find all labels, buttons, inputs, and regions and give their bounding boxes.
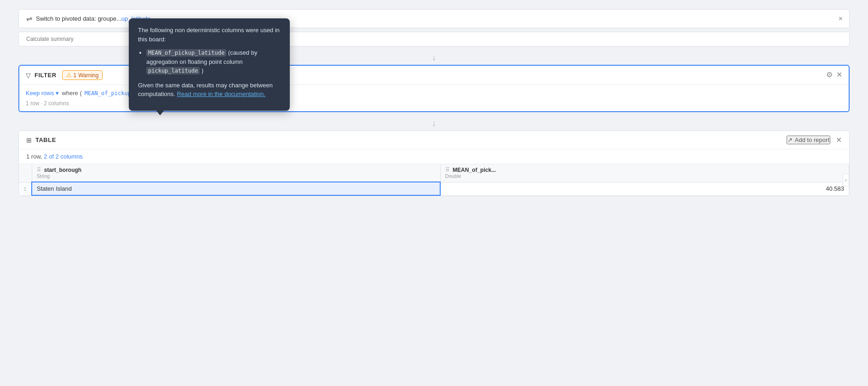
table-header-row: ⠿ start_borough String ⠿ MEAN_of_pick...… <box>19 164 849 182</box>
add-to-report-icon: ↗ <box>788 136 793 143</box>
table-row: 1 Staten Island 40.583 <box>19 182 849 195</box>
table-col-count: 2 of 2 columns <box>44 153 83 160</box>
pivot-close-button[interactable]: × <box>839 15 843 23</box>
warning-count: 1 <box>74 72 77 79</box>
tooltip-link[interactable]: Read more in the documentation. <box>177 91 265 97</box>
table-close-button[interactable]: ✕ <box>836 136 842 144</box>
col-header-mean-pickup[interactable]: ⠿ MEAN_of_pick... Double <box>440 164 849 182</box>
scroll-right-button[interactable]: ‹ <box>843 174 849 187</box>
tooltip-text1: The following non deterministic columns … <box>138 26 281 44</box>
warning-badge[interactable]: ⚠ 1 Warning <box>62 70 103 80</box>
pivot-label: Switch to pivoted data: <box>36 15 96 22</box>
tooltip-text2: Given the same data, results may change … <box>138 81 281 99</box>
warning-icon: ⚠ <box>66 72 72 79</box>
add-to-report-button[interactable]: ↗ Add to report <box>787 136 830 144</box>
filter-settings-icon[interactable]: ⚙ <box>826 70 833 79</box>
tooltip-code1: MEAN_of_pickup_latitude <box>146 49 226 57</box>
col-drag-icon-2: ⠿ <box>445 167 449 173</box>
add-to-report-label: Add to report <box>795 136 829 143</box>
down-arrow-connector-2: ↓ <box>18 118 850 129</box>
filter-icon: ▽ <box>26 72 31 79</box>
switch-icon: ⇌ <box>26 14 32 23</box>
pivot-ellipsis: ... <box>116 15 121 22</box>
col-type-mean-pickup: Double <box>445 173 844 179</box>
tooltip-list-item: MEAN_of_pickup_latitude (caused by aggre… <box>146 48 281 75</box>
warning-label: Warning <box>78 72 98 79</box>
table-header: ⊞ TABLE ↗ Add to report ✕ <box>19 131 849 149</box>
keep-rows-chevron: ▾ <box>56 90 59 96</box>
data-table: ⠿ start_borough String ⠿ MEAN_of_pick...… <box>19 164 849 196</box>
col-drag-icon: ⠿ <box>37 167 41 173</box>
table-meta: 1 row, 2 of 2 columns <box>19 149 849 164</box>
col-name-start-borough: start_borough <box>44 167 81 173</box>
table-wrapper: ⠿ start_borough String ⠿ MEAN_of_pick...… <box>19 164 849 196</box>
tooltip-item-end: ) <box>201 67 203 74</box>
tooltip-popup: The following non deterministic columns … <box>129 18 290 111</box>
filter-actions: ⚙ ✕ <box>826 70 842 79</box>
filter-title: FILTER <box>34 72 57 79</box>
cell-mean-value: 40.583 <box>440 182 849 195</box>
tooltip-code2: pickup_latitude <box>146 67 200 74</box>
table-icon: ⊞ <box>26 136 32 144</box>
filter-close-icon[interactable]: ✕ <box>836 70 842 79</box>
row-number-1: 1 <box>19 182 32 195</box>
keep-rows-label: Keep rows <box>26 90 54 96</box>
filter-where: where ( <box>62 90 81 96</box>
row-num-header <box>19 164 32 182</box>
pivot-grouped: groupe <box>96 15 116 22</box>
col-type-start-borough: String <box>37 173 436 179</box>
table-row-count: 1 row, <box>26 153 42 160</box>
table-title: TABLE <box>35 136 787 143</box>
keep-rows-button[interactable]: Keep rows ▾ <box>26 90 59 96</box>
col-header-start-borough[interactable]: ⠿ start_borough String <box>32 164 440 182</box>
table-block: ⊞ TABLE ↗ Add to report ✕ 1 row, 2 of 2 … <box>18 131 850 196</box>
cell-staten-island[interactable]: Staten Island <box>32 182 440 195</box>
col-name-mean-pickup: MEAN_of_pick... <box>453 167 496 173</box>
